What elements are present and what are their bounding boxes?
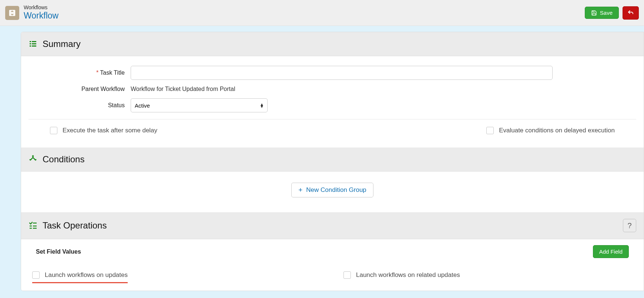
task-title-row: *Task Title bbox=[28, 63, 636, 83]
status-row: Status ▲▼ bbox=[28, 95, 636, 115]
breadcrumb[interactable]: Workflows bbox=[24, 4, 58, 11]
task-title-label: Task Title bbox=[100, 70, 125, 76]
launch-on-updates-wrap[interactable]: Launch workflows on updates bbox=[32, 271, 128, 279]
evaluate-delay-checkbox[interactable] bbox=[486, 127, 494, 134]
add-field-button[interactable]: Add Field bbox=[593, 245, 629, 258]
help-button[interactable]: ? bbox=[623, 219, 636, 232]
svg-rect-3 bbox=[30, 43, 31, 44]
form-card: Summary *Task Title Parent Workflow Work… bbox=[21, 32, 644, 291]
svg-rect-1 bbox=[30, 41, 31, 42]
svg-rect-7 bbox=[33, 223, 37, 224]
new-condition-group-button[interactable]: + New Condition Group bbox=[291, 183, 373, 197]
execute-delay-checkbox[interactable] bbox=[50, 127, 57, 134]
conditions-icon bbox=[28, 155, 37, 165]
parent-workflow-value: Workflow for Ticket Updated from Portal bbox=[131, 86, 636, 92]
set-field-values-label: Set Field Values bbox=[36, 248, 81, 255]
svg-rect-6 bbox=[32, 45, 36, 47]
page-title: Workflow bbox=[24, 11, 58, 21]
svg-rect-5 bbox=[30, 45, 31, 47]
save-button[interactable]: Save bbox=[585, 7, 619, 19]
task-title-input[interactable] bbox=[131, 66, 553, 80]
summary-icon bbox=[28, 40, 37, 48]
parent-workflow-row: Parent Workflow Workflow for Ticket Upda… bbox=[28, 83, 636, 95]
svg-rect-2 bbox=[32, 41, 36, 42]
cancel-button[interactable] bbox=[623, 6, 639, 20]
undo-arrow-icon bbox=[627, 10, 634, 16]
operations-heading: Task Operations bbox=[43, 220, 107, 231]
launch-on-related-label: Launch workflows on related updates bbox=[356, 271, 460, 279]
new-condition-group-label: New Condition Group bbox=[306, 186, 366, 194]
launch-options-row: Launch workflows on updates Launch workf… bbox=[21, 264, 644, 291]
svg-rect-11 bbox=[33, 228, 37, 229]
summary-heading: Summary bbox=[43, 39, 81, 49]
evaluate-delay-label: Evaluate conditions on delayed execution bbox=[499, 127, 615, 134]
execute-delay-label: Execute the task after some delay bbox=[63, 127, 157, 134]
status-select[interactable] bbox=[131, 98, 268, 112]
plus-icon: + bbox=[298, 186, 302, 194]
launch-on-updates-label: Launch workflows on updates bbox=[45, 271, 128, 279]
summary-header: Summary bbox=[21, 32, 644, 56]
launch-on-updates-checkbox[interactable] bbox=[32, 271, 40, 279]
execute-delay-checkbox-wrap[interactable]: Execute the task after some delay bbox=[50, 127, 157, 134]
evaluate-delay-checkbox-wrap[interactable]: Evaluate conditions on delayed execution bbox=[486, 127, 615, 134]
save-icon bbox=[591, 10, 597, 16]
status-label: Status bbox=[28, 102, 125, 109]
topbar: Workflows Workflow Save bbox=[0, 0, 644, 26]
svg-rect-4 bbox=[32, 43, 36, 44]
title-block: Workflows Workflow bbox=[24, 4, 58, 21]
add-field-label: Add Field bbox=[599, 248, 623, 255]
svg-rect-9 bbox=[33, 226, 37, 227]
conditions-header: Conditions bbox=[21, 148, 644, 172]
launch-on-related-wrap[interactable]: Launch workflows on related updates bbox=[343, 271, 460, 279]
delay-options-row: Execute the task after some delay Evalua… bbox=[28, 119, 636, 139]
launch-on-related-checkbox[interactable] bbox=[343, 271, 351, 279]
parent-workflow-label: Parent Workflow bbox=[28, 86, 125, 92]
app-icon bbox=[5, 6, 19, 20]
save-button-label: Save bbox=[600, 10, 613, 16]
set-field-values-row: Set Field Values Add Field bbox=[21, 239, 644, 264]
operations-header: Task Operations ? bbox=[21, 212, 644, 239]
conditions-heading: Conditions bbox=[43, 154, 84, 165]
svg-rect-8 bbox=[30, 226, 32, 227]
workflow-app-icon bbox=[8, 9, 16, 17]
help-icon: ? bbox=[627, 221, 631, 230]
svg-rect-10 bbox=[30, 228, 32, 229]
operations-icon bbox=[28, 221, 37, 231]
